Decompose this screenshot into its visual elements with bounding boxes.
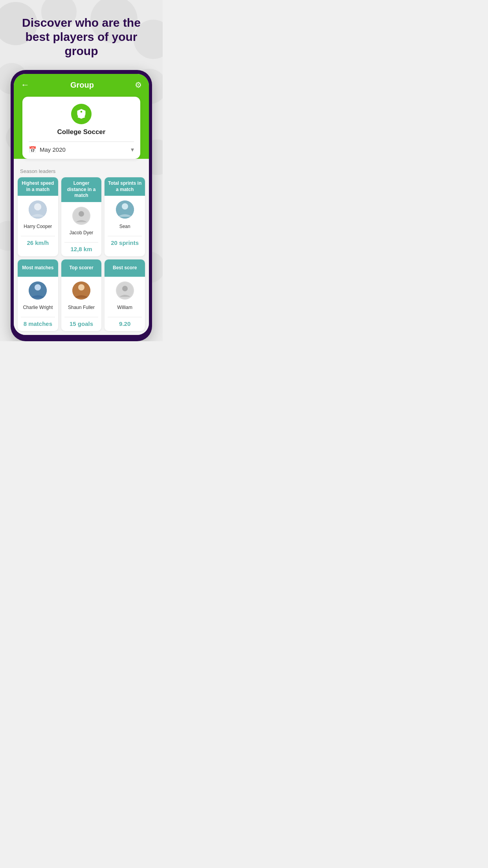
card-header-best-score: Best score [105,259,145,277]
phone-screen: ← Group ⚙ College Soccer 📅 [14,74,149,335]
player-name-sean: Sean [119,221,130,233]
group-card: College Soccer 📅 May 2020 ▾ [22,97,140,159]
card-body-top-scorer: Shaun Fuller 15 goals [61,277,102,331]
header-row: ← Group ⚙ [21,80,142,90]
divider [21,236,55,236]
divider [64,317,99,317]
stat-matches: 8 matches [24,320,52,327]
stat-distance: 12,8 km [70,246,92,252]
date-left: 📅 May 2020 [29,146,66,153]
header-title: Group [70,81,94,90]
card-header-longer-distance: Longer distance in a match [61,177,102,202]
app-header: ← Group ⚙ College Soccer 📅 [14,74,149,159]
svg-point-16 [122,203,128,210]
stat-speed: 26 km/h [27,239,49,246]
back-button[interactable]: ← [21,81,29,89]
date-row[interactable]: 📅 May 2020 ▾ [29,142,134,153]
season-section: Season leaders Highest speed in a match [14,164,149,335]
player-name-shaun: Shaun Fuller [68,302,95,314]
player-name-jacob: Jacob Dyer [70,227,94,239]
divider [21,317,55,317]
divider [108,236,142,236]
divider [108,317,142,317]
leader-card-longer-distance[interactable]: Longer distance in a match Jacob Dyer [61,177,102,256]
leader-card-top-scorer[interactable]: Top scorer Shaun Fuller [61,259,102,331]
card-header-total-sprints: Total sprints in a match [105,177,145,196]
avatar-william [116,281,134,300]
leader-card-most-matches[interactable]: Most matches Charlie Wright [18,259,58,331]
page-background: Discover who are the best players of you… [0,0,163,341]
calendar-icon: 📅 [29,146,37,153]
svg-point-12 [34,203,41,210]
card-body-highest-speed: Harry Cooper 26 km/h [18,196,58,250]
player-name-charlie: Charlie Wright [23,302,53,314]
avatar-sean [116,200,134,219]
phone-frame: ← Group ⚙ College Soccer 📅 [11,70,152,341]
settings-button[interactable]: ⚙ [135,80,142,90]
card-body-longer-distance: Jacob Dyer 12,8 km [61,202,102,256]
card-body-most-matches: Charlie Wright 8 matches [18,277,58,331]
group-name: College Soccer [29,128,134,136]
svg-point-20 [78,284,84,291]
card-body-total-sprints: Sean 20 sprints [105,196,145,250]
svg-point-22 [122,286,128,291]
leader-card-highest-speed[interactable]: Highest speed in a match Harry Cooper [18,177,58,256]
divider [64,242,99,243]
avatar-shaun-fuller [72,281,90,300]
date-value: May 2020 [40,146,66,153]
leaders-grid: Highest speed in a match Harry Cooper [18,177,145,331]
svg-point-14 [79,211,84,217]
avatar-jacob-dyer [72,207,90,225]
card-header-highest-speed: Highest speed in a match [18,177,58,196]
player-name-william: William [117,302,132,314]
stat-sprints: 20 sprints [111,239,139,246]
stat-goals: 15 goals [70,320,93,327]
card-body-best-score: William 9.20 [105,277,145,331]
player-name-harry: Harry Cooper [24,221,52,233]
chevron-down-icon: ▾ [131,146,134,153]
leader-card-total-sprints[interactable]: Total sprints in a match Sean [105,177,145,256]
avatar-harry-cooper [29,200,47,219]
stat-score: 9.20 [119,320,130,327]
card-header-most-matches: Most matches [18,259,58,277]
svg-point-18 [35,284,41,291]
hero-title: Discover who are the best players of you… [0,0,163,70]
season-label: Season leaders [18,164,145,177]
avatar-charlie-wright [29,281,47,300]
group-icon [71,104,92,124]
card-header-top-scorer: Top scorer [61,259,102,277]
leader-card-best-score[interactable]: Best score William [105,259,145,331]
